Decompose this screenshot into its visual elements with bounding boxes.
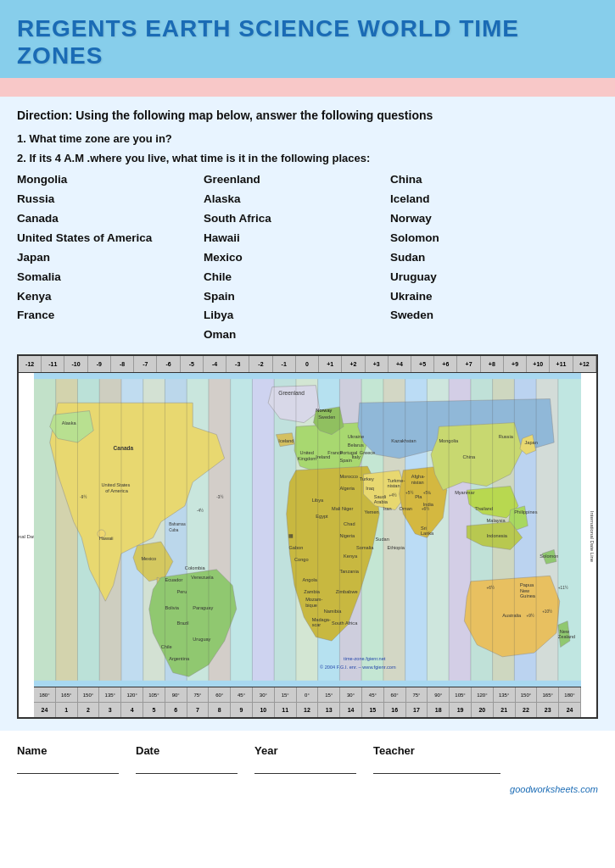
timezone-cell-top: +4	[389, 356, 411, 372]
world-map-image: Canada United States of America Alaska H…	[34, 373, 581, 687]
timezone-cell-degree: 60°	[209, 687, 231, 702]
list-item: Mexico	[204, 249, 390, 267]
svg-text:Saudi: Saudi	[374, 494, 386, 499]
list-item: Iceland	[390, 191, 560, 209]
svg-text:+6½: +6½	[422, 506, 429, 511]
timezone-cell-degree: 120°	[472, 687, 494, 702]
svg-text:Papua: Papua	[520, 583, 534, 588]
svg-text:Chile: Chile	[161, 645, 172, 650]
q1-number: 1.	[17, 132, 26, 145]
timezone-cell-bottom: 22	[516, 703, 538, 717]
timezone-cell-top: -12	[19, 356, 42, 372]
watermark: goodworksheets.com	[0, 781, 615, 801]
svg-text:Japan: Japan	[525, 440, 538, 445]
svg-text:United: United	[300, 450, 314, 455]
timezone-cell-bottom: 24	[559, 703, 581, 717]
svg-text:Arabia: Arabia	[374, 499, 389, 504]
teacher-input[interactable]	[373, 759, 500, 774]
year-label: Year	[254, 744, 356, 757]
date-field: Date	[136, 744, 238, 774]
timezone-cell-top: 0	[296, 356, 319, 372]
timezone-cell-top: +3	[366, 356, 389, 372]
list-item: Chile	[204, 269, 390, 287]
svg-text:Ethiopia: Ethiopia	[388, 546, 405, 551]
svg-text:Madaga-: Madaga-	[312, 617, 331, 622]
svg-text:Morocco: Morocco	[339, 474, 358, 479]
timezone-cell-top: +6	[434, 356, 457, 372]
list-item: Mongolia	[17, 171, 204, 189]
list-item: Uruguay	[390, 269, 560, 287]
world-map-svg: Canada United States of America Alaska H…	[34, 373, 581, 687]
svg-text:Norway: Norway	[316, 409, 332, 414]
timezone-cell-top: +8	[481, 356, 504, 372]
q1-text: What time zone are you in?	[29, 132, 171, 145]
main-content: Direction: Using the following map below…	[0, 97, 615, 731]
date-input[interactable]	[136, 759, 238, 774]
list-item: Greenland	[204, 171, 390, 189]
svg-text:+11½: +11½	[558, 586, 568, 591]
timezone-cell-degree: 45°	[231, 687, 253, 702]
svg-text:Zealand: Zealand	[558, 635, 575, 640]
list-item: Oman	[204, 326, 390, 344]
svg-text:Iraq: Iraq	[366, 486, 374, 491]
timezone-cell-degree: 150°	[516, 687, 538, 702]
timezone-cell-bottom: 17	[406, 703, 428, 717]
list-item: Hawaii	[204, 230, 390, 248]
teacher-field: Teacher	[373, 744, 500, 774]
svg-text:▦: ▦	[288, 534, 294, 539]
list-item: Sweden	[390, 307, 560, 325]
timezone-bar-bottom: 180°165°150°135°120°105°90°75°60°45°30°1…	[34, 687, 581, 717]
svg-text:South Africa: South Africa	[332, 621, 358, 626]
country-col-2: GreenlandAlaskaSouth AfricaHawaiiMexicoC…	[204, 171, 390, 344]
timezone-cell-bottom: 2	[78, 703, 100, 717]
svg-text:Australia: Australia	[502, 613, 522, 618]
svg-text:Venezuela: Venezuela	[191, 575, 214, 580]
timezone-cell-top: -4	[204, 356, 226, 372]
svg-text:Congo: Congo	[294, 558, 309, 563]
year-field: Year	[254, 744, 356, 774]
svg-text:Myanmar: Myanmar	[455, 490, 475, 495]
svg-text:+6½: +6½	[487, 586, 495, 591]
timezone-cell-degree: 45°	[362, 687, 384, 702]
svg-text:of America: of America	[105, 488, 128, 493]
timezone-cell-degree: 105°	[143, 687, 165, 702]
list-item: Canada	[17, 210, 204, 228]
svg-text:Colombia: Colombia	[185, 565, 206, 570]
date-label: Date	[136, 744, 238, 757]
svg-text:Malaysia: Malaysia	[487, 518, 506, 523]
timezone-cell-top: -2	[249, 356, 272, 372]
timezone-cell-degree: 135°	[494, 687, 516, 702]
timezone-cell-top: -1	[273, 356, 296, 372]
svg-text:Angola: Angola	[302, 577, 317, 582]
svg-text:Paraguay: Paraguay	[193, 605, 213, 610]
timezone-cell-degree: 30°	[340, 687, 362, 702]
svg-text:Guinea: Guinea	[520, 594, 536, 599]
timezone-cell-degree: 15°	[275, 687, 297, 702]
timezone-cell-top: +2	[342, 356, 365, 372]
list-item: South Africa	[204, 210, 390, 228]
svg-text:Kazakhstan: Kazakhstan	[391, 438, 416, 443]
svg-text:nistan: nistan	[411, 480, 424, 485]
list-item: Kenya	[17, 288, 204, 306]
svg-text:Greenland: Greenland	[278, 390, 305, 396]
timezone-cell-bottom: 4	[121, 703, 143, 717]
timezone-cell-degree: 165°	[537, 687, 559, 702]
svg-rect-11	[252, 379, 274, 681]
countries-section: MongoliaRussiaCanadaUnited States of Ame…	[17, 171, 598, 344]
svg-text:Chad: Chad	[344, 522, 355, 527]
svg-text:+9½: +9½	[526, 613, 534, 618]
list-item: China	[390, 171, 560, 189]
svg-text:United States: United States	[102, 482, 131, 487]
direction-text: Direction: Using the following map below…	[17, 108, 598, 122]
svg-text:Alaska: Alaska	[62, 421, 77, 426]
timezone-cell-degree: 105°	[450, 687, 472, 702]
list-item: Sudan	[390, 249, 560, 267]
timezone-cell-top: -8	[111, 356, 134, 372]
svg-text:Bahamas: Bahamas	[169, 523, 186, 527]
svg-text:Uruguay: Uruguay	[193, 637, 210, 642]
name-input[interactable]	[17, 759, 119, 774]
timezone-cell-top: +12	[573, 356, 596, 372]
svg-text:Solomon: Solomon	[540, 554, 558, 559]
year-input[interactable]	[254, 759, 356, 774]
timezone-cell-degree: 75°	[187, 687, 210, 702]
